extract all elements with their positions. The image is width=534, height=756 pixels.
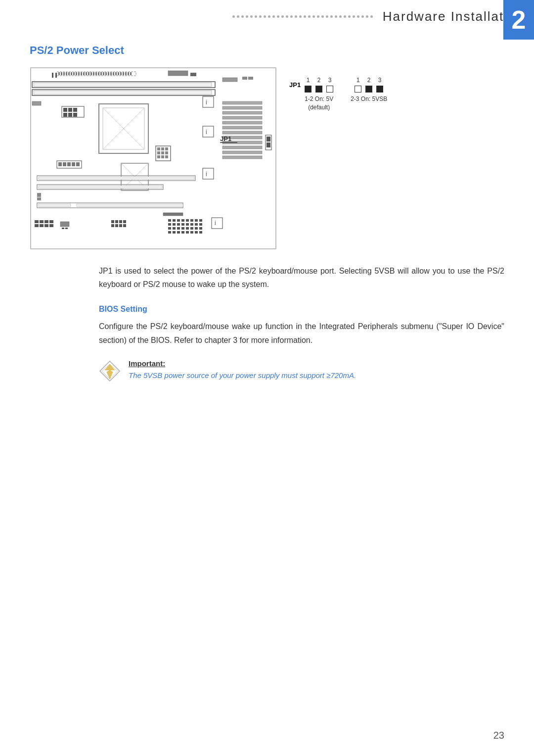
svg-rect-61 xyxy=(222,131,262,134)
svg-rect-15 xyxy=(86,72,87,75)
pin-filled-2 xyxy=(315,86,322,93)
svg-rect-35 xyxy=(190,73,196,76)
svg-rect-8 xyxy=(68,72,70,75)
svg-rect-25 xyxy=(110,72,112,75)
bios-setting-text: Configure the PS/2 keyboard/mouse wake u… xyxy=(99,320,504,346)
svg-rect-158 xyxy=(267,137,270,142)
svg-rect-147 xyxy=(177,231,180,234)
svg-rect-150 xyxy=(190,231,193,234)
svg-rect-96 xyxy=(37,193,41,197)
svg-rect-122 xyxy=(173,219,176,222)
svg-rect-145 xyxy=(168,231,171,234)
svg-rect-87 xyxy=(72,162,75,166)
svg-rect-108 xyxy=(44,224,48,227)
svg-rect-142 xyxy=(190,227,193,230)
bios-setting-title: BIOS Setting xyxy=(99,305,504,314)
pin-config-1: 1 2 3 1-2 On: 5V (default) xyxy=(305,77,333,112)
svg-rect-64 xyxy=(222,146,262,149)
svg-rect-9 xyxy=(71,72,72,75)
svg-rect-30 xyxy=(123,72,124,75)
jp1-section: JP1 1 2 3 1-2 On: 5V (default) xyxy=(289,74,387,112)
svg-rect-141 xyxy=(186,227,189,230)
svg-rect-21 xyxy=(100,72,102,75)
svg-rect-127 xyxy=(195,219,198,222)
svg-rect-48 xyxy=(63,113,67,117)
svg-rect-10 xyxy=(73,72,75,75)
svg-rect-59 xyxy=(222,121,262,124)
important-label: Important: xyxy=(129,359,504,368)
svg-rect-46 xyxy=(68,108,72,112)
important-content: Important: The 5VSB power source of your… xyxy=(129,359,504,381)
svg-rect-128 xyxy=(199,219,202,222)
svg-rect-28 xyxy=(118,72,119,75)
important-box: Important: The 5VSB power source of your… xyxy=(99,359,504,382)
main-paragraph: JP1 is used to select the power of the P… xyxy=(99,264,504,291)
svg-rect-6 xyxy=(63,72,65,75)
pin-num-5: 2 xyxy=(365,77,372,84)
svg-rect-18 xyxy=(93,72,94,75)
svg-rect-74 xyxy=(161,151,164,154)
svg-rect-110 xyxy=(60,222,69,227)
svg-rect-76 xyxy=(157,155,160,158)
svg-rect-14 xyxy=(83,72,85,75)
svg-rect-72 xyxy=(165,147,168,150)
pin-filled-1 xyxy=(305,86,312,93)
svg-rect-99 xyxy=(39,204,71,207)
svg-text:i: i xyxy=(206,171,207,178)
svg-rect-57 xyxy=(222,111,262,114)
pin-configs: 1 2 3 1-2 On: 5V (default) xyxy=(305,77,387,112)
svg-rect-140 xyxy=(181,227,184,230)
svg-rect-138 xyxy=(173,227,176,230)
svg-rect-106 xyxy=(35,224,39,227)
svg-rect-32 xyxy=(128,72,129,75)
svg-rect-19 xyxy=(95,72,97,75)
svg-rect-120 xyxy=(123,224,126,227)
svg-rect-104 xyxy=(44,220,48,223)
svg-rect-55 xyxy=(222,101,262,104)
svg-rect-124 xyxy=(181,219,184,222)
svg-rect-7 xyxy=(66,72,67,75)
svg-rect-42 xyxy=(248,77,253,80)
pin-config-1-label: 1-2 On: 5V (default) xyxy=(305,95,333,112)
svg-rect-131 xyxy=(177,223,180,226)
pin-empty-2 xyxy=(355,86,361,93)
diagram-area: i i i xyxy=(30,67,504,252)
svg-rect-17 xyxy=(90,72,92,75)
svg-rect-16 xyxy=(88,72,89,75)
page-number: 23 xyxy=(493,730,504,741)
pin-config-2-label: 2-3 On: 5VSB xyxy=(351,95,387,103)
svg-rect-13 xyxy=(81,72,82,75)
svg-rect-95 xyxy=(39,186,162,189)
svg-rect-22 xyxy=(103,72,104,75)
svg-rect-86 xyxy=(67,162,71,166)
pin-numbers-2: 1 2 3 xyxy=(355,77,383,84)
svg-rect-45 xyxy=(63,108,67,112)
svg-rect-23 xyxy=(105,72,107,75)
svg-rect-119 xyxy=(119,224,122,227)
svg-rect-152 xyxy=(199,231,202,234)
svg-rect-102 xyxy=(35,220,39,223)
svg-rect-70 xyxy=(157,147,160,150)
svg-text:i: i xyxy=(206,129,207,136)
svg-rect-118 xyxy=(115,224,118,227)
svg-rect-132 xyxy=(181,223,184,226)
svg-rect-126 xyxy=(190,219,193,222)
svg-rect-33 xyxy=(130,72,132,75)
svg-text:i: i xyxy=(215,220,216,227)
header-dots-decoration xyxy=(30,15,373,18)
svg-rect-111 xyxy=(62,228,64,229)
svg-rect-40 xyxy=(222,78,237,82)
svg-rect-66 xyxy=(222,156,262,159)
svg-rect-123 xyxy=(177,219,180,222)
svg-rect-78 xyxy=(165,155,168,158)
svg-text:i: i xyxy=(206,99,207,106)
svg-rect-135 xyxy=(195,223,198,226)
svg-rect-88 xyxy=(76,162,80,166)
svg-rect-109 xyxy=(49,224,53,227)
pin-num-2: 2 xyxy=(315,77,322,84)
chapter-number: 2 xyxy=(512,7,526,33)
svg-rect-107 xyxy=(40,224,44,227)
svg-rect-133 xyxy=(186,223,189,226)
pin-filled-4 xyxy=(376,86,383,93)
svg-rect-146 xyxy=(173,231,176,234)
